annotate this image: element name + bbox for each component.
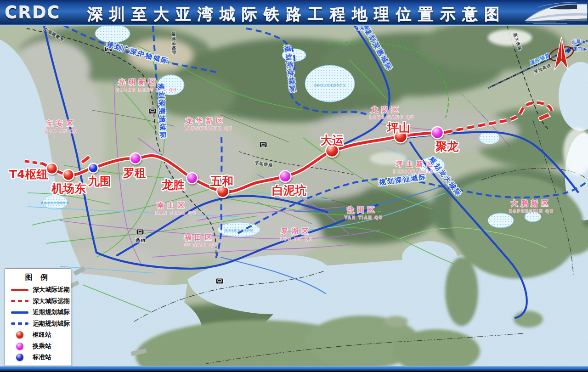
direction-label: ◀ 东莞: [355, 26, 369, 31]
district-label: 光明新区: [118, 78, 159, 86]
district-label-en: LONG GANG QU: [369, 115, 414, 120]
station-label: 龙胜: [161, 178, 185, 192]
station-marker-julong: [431, 127, 443, 139]
district-label-en: GUANG MING XIN QU: [116, 88, 177, 92]
transfer-station-icon: [11, 343, 28, 350]
station-marker-bainikeng: [280, 171, 291, 182]
legend-item-hub-station: 枢纽站: [5, 329, 71, 341]
legend-item-standard-station: 标准站: [5, 352, 71, 363]
map-canvas: 宝安区 BAO AN QU 光明新区 GUANG MING XIN QU 龙华新…: [0, 0, 588, 372]
station-marker-longsheng: [187, 173, 198, 184]
station-marker-t4: [46, 163, 57, 174]
station-label: 坪山: [387, 121, 410, 135]
blue-solid-line-swatch: [11, 311, 28, 314]
legend-item-planned-far: 远期规划城际: [5, 318, 71, 330]
district-label: 南山区: [157, 201, 187, 209]
reservoir-label: 清林径水库水源保护区: [314, 84, 346, 87]
district-label-en: BAO AN QU: [45, 129, 78, 134]
station-label: 大运: [321, 134, 344, 147]
district-label: 大鹏新区: [511, 199, 551, 208]
header-bar: CRDC 深圳至大亚湾城际铁路工程地理位置示意图: [0, 0, 588, 25]
district-label: 龙华新区: [185, 117, 226, 125]
direction-label: 汕尾 ▶: [571, 39, 586, 45]
district-label: 罗湖区: [281, 227, 311, 236]
red-solid-line-swatch: [11, 289, 28, 291]
station-label: T4枢纽: [9, 168, 48, 181]
district-label: 龙岗区: [371, 106, 401, 114]
crdc-logo: CRDC: [5, 3, 61, 23]
legend-item-transfer-station: 换乘站: [5, 341, 71, 352]
station-marker-jichangdong: [63, 169, 74, 180]
hub-station-icon: [11, 331, 28, 338]
district-label-en: FU TIAN QU: [183, 243, 217, 248]
district-label: 宝安区: [46, 119, 76, 128]
district-label-en: NAN SHAN QU: [155, 211, 197, 215]
station-label: 聚龙: [435, 140, 459, 153]
standard-station-icon: [11, 354, 28, 361]
district-label-en: DAPENGXIN QU: [509, 209, 554, 214]
district-label-en: LONGHUAXIN QU: [184, 126, 233, 131]
legend-title: 图 例: [5, 273, 71, 282]
legend-item-near-term: 深大城际近期: [5, 284, 71, 296]
train-image: [524, 1, 588, 24]
station-label: 机场东: [51, 182, 86, 195]
footer-bar: [0, 366, 588, 372]
blue-dashed-line-swatch: [11, 322, 28, 325]
district-label-en: LUO HU QU: [280, 237, 313, 242]
station-marker-luozu: [130, 153, 141, 164]
district-label-en: YAN TIAN QU: [344, 215, 383, 220]
red-dashed-line-swatch: [11, 300, 28, 302]
station-label: 五和: [210, 175, 233, 188]
station-label: 九围: [88, 175, 111, 188]
district-label: 盐田区: [347, 206, 378, 214]
district-label: 福田区: [184, 233, 215, 242]
legend-item-planned-near: 近期规划城际: [5, 307, 71, 318]
reservoir-label: 铁岗水库水源保护区: [40, 201, 70, 205]
station-label: 罗租: [123, 166, 146, 180]
map-poster: 宝安区 BAO AN QU 光明新区 GUANG MING XIN QU 龙华新…: [0, 0, 588, 372]
rail-label: 穗莞深城际: [171, 32, 176, 55]
direction-label: 厦门 ▶: [572, 46, 587, 51]
legend-item-far-term: 深大城际远期: [5, 296, 71, 307]
station-marker-jiuwei: [89, 163, 98, 173]
station-label: 白泥坑: [272, 184, 306, 197]
poi-label-xili: 西丽: [136, 237, 145, 242]
reservoir-label: 深圳水库水源保护区: [225, 229, 254, 232]
page-title: 深圳至大亚湾城际铁路工程地理位置示意图: [87, 4, 528, 25]
legend: 图 例 深大城际近期 深大城际远期 近期规划城际 远期规划城际 枢纽站 换乘站 …: [5, 268, 71, 366]
